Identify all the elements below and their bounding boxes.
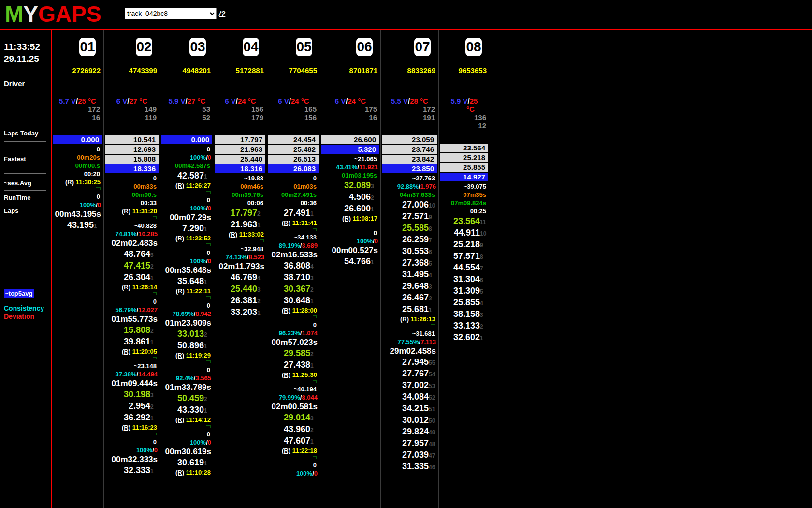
run-start-time: 11:26:14 [132,284,157,291]
lap-index: 7 [429,238,437,243]
voltage-temperature: 6 V/24 °C [320,97,380,105]
run-start-time: 11:26:27 [186,182,211,189]
stat-row: ~31.681 [381,329,438,338]
session-rows: 17.79721.96325.44018.316~19.8800m46s00m3… [214,135,267,318]
deviation-value: 0 [375,238,378,245]
lap-time-row: 27.3685 [381,257,438,269]
help-link[interactable]: /? [219,9,225,17]
signal-count: 12 [439,121,490,130]
session-total-row: 01m33.789s [160,382,214,392]
temperature-value: 24 °C [291,97,309,105]
lap-time-row: 42.5871 [160,170,214,181]
run-start-time: 11:31:20 [132,208,157,215]
deviation-value: 0 [98,201,101,209]
session-total-row: 02m00.581s [267,402,320,412]
lap-time-row: 31.3095 [439,285,490,297]
run-start-row: (R) 11:22:11 [160,287,214,295]
deviation-value: 0 [208,205,211,212]
lap-time-row: 25.6811 [381,303,438,315]
temperature-value: 25 °C [78,97,96,105]
stat-row: 0 [104,438,160,446]
run-link: (R) [175,469,184,476]
block-marker-icon [313,380,317,383]
best-time-row: 12.693 [105,145,159,154]
voltage-temperature: 5.5 V/28 °C [381,97,438,105]
run-start-row: (R) 11:08:17 [320,214,380,223]
gap-row [160,295,214,301]
best-time-row: 23.746 [382,145,437,154]
session-total-row: 01m23.909s [160,318,214,328]
run-start-row: (R) 11:31:20 [104,207,160,215]
gap-row [160,424,214,430]
deviation-value: 7.113 [420,338,436,345]
voltage-temperature: 6 V/24 °C [214,97,267,105]
lap-time-row: 27.03947 [381,449,438,461]
gap-row [160,190,214,196]
header-bar: MYGAPS track_042bc8 /? [0,0,812,30]
lap-time-row: 34.08452 [381,391,438,403]
lap-index: 6 [480,277,488,283]
lap-index: 6 [429,249,437,255]
block-marker-icon [206,425,211,428]
deviation-value: 0 [154,447,158,454]
track-select[interactable]: track_042bc8 [125,8,217,19]
best-time-row: 23.564 [440,144,488,152]
session-total-row: 00m07.29s [160,212,214,223]
lap-index: 3 [310,416,319,421]
lap-index: 1 [310,439,319,445]
lap-index: 1 [204,408,212,414]
temperature-value: 24 °C [238,97,256,105]
stat-row: ~19.88 [214,174,267,182]
lap-time-row: 26.3041 [104,271,160,283]
run-link: (R) [400,315,409,323]
lap-time-row: 35.6481 [160,275,214,287]
sidebar-divider [4,103,46,103]
voltage-temperature: 5.7 V/25 °C [52,97,103,105]
lap-time-row: 27.4381 [267,359,320,371]
best-lap-row: 29.5852 [267,347,320,359]
driver-column-01: 0127269225.7 V/25 °C172160.000000m20s00m… [52,30,104,508]
green-time-row: 01m03.195s [320,171,380,179]
run-link: (R) [122,424,130,431]
temperature-unit: °C [439,105,490,113]
consistency-deviation-row: 96.23%/1.074 [267,329,320,337]
block-marker-icon [153,433,157,435]
block-marker-icon [206,191,211,194]
position-badge: 03 [189,38,206,56]
temperature-value: 25 [470,97,478,105]
stat-row: 0 [267,174,320,182]
stat-row: 0 [160,301,214,310]
lap-index: 4 [257,275,265,281]
lap-index: 4 [310,264,319,269]
timing-grid: 0127269225.7 V/25 °C172160.000000m20s00m… [51,30,490,508]
best-time-row: 10.541 [105,135,159,144]
lap-index: 3 [371,183,379,189]
deviation-value: 8.044 [302,394,318,401]
stat-row: 0 [320,229,380,237]
transponder-id: 7704655 [267,66,320,75]
lap-time-row: 27.94555 [381,356,438,368]
lap-index: 50 [429,418,437,424]
session-total-row: 00m57.023s [267,337,320,347]
consistency-value: 74.13% [226,254,247,261]
session-total-row: 00m00.527s [320,245,380,255]
deviation-label: Deviation [4,313,34,320]
run-start-time: 11:31:41 [292,219,317,226]
consistency-value: 79.99% [279,394,300,401]
lap-index: 2 [429,296,437,301]
best-lap-row: 17.7972 [214,207,267,219]
signal-count: 156 [267,113,320,121]
temperature-value: 28 °C [410,97,428,105]
sidebar-divider [4,190,46,191]
best-time-row: 25.218 [440,153,488,162]
run-start-row: (R) 11:28:00 [267,306,320,314]
lap-index: 53 [429,383,437,389]
block-marker-icon [96,187,101,190]
lap-index: 1 [204,226,212,232]
consistency-value: 100% [190,439,206,446]
stat-row: ~40.194 [267,385,320,393]
lap-index: 1 [257,310,265,316]
consistency-value: 100% [136,447,152,454]
run-link: (R) [282,307,290,314]
lap-time-row: 27.95748 [381,437,438,449]
